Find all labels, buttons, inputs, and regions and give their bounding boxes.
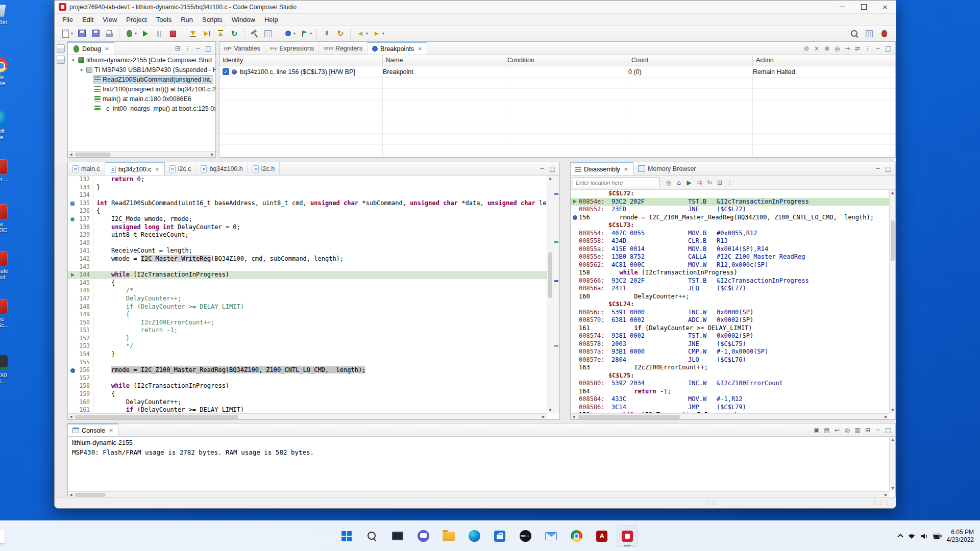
line-number[interactable]: 133	[77, 184, 93, 192]
tab-console[interactable]: Console ×	[68, 423, 118, 436]
ccs-button[interactable]	[617, 525, 638, 547]
code-line[interactable]: 140	[68, 239, 547, 247]
pin-view-button[interactable]: ◎	[664, 178, 673, 187]
disassembly-line[interactable]: 163 I2cZ100ErrorCount++;	[571, 364, 889, 372]
line-number[interactable]: 156	[77, 366, 93, 374]
line-number[interactable]: 140	[77, 239, 93, 247]
word-wrap-button[interactable]: ↩	[832, 425, 842, 435]
view-menu-button[interactable]: ⋮	[863, 44, 872, 53]
line-number[interactable]: 146	[77, 287, 93, 295]
maximize-window-button[interactable]	[853, 1, 874, 13]
editor-marker-margin[interactable]	[68, 199, 77, 208]
debug-tree-item[interactable]: InitZ100(unsigned int)() at bq34z100.c:2	[68, 84, 215, 94]
edge-button[interactable]	[463, 525, 485, 547]
desktop-icon-mcafee-safe-connect[interactable]: e Safenect	[0, 251, 19, 280]
editor-marker-margin[interactable]	[68, 223, 77, 232]
close-window-button[interactable]: ×	[874, 1, 896, 13]
minimize-button[interactable]: ─	[537, 164, 547, 173]
disassembly-line[interactable]: 008586:3C14JMP($C$L79)	[571, 404, 889, 412]
editor-marker-margin[interactable]	[68, 406, 77, 413]
editor-marker-margin[interactable]	[68, 176, 77, 184]
expander-icon[interactable]: ▾	[78, 67, 85, 72]
code-line[interactable]: 136{	[68, 207, 547, 215]
debug-tree-item[interactable]: ReadZ100SubCommand(unsigned int,	[68, 74, 215, 84]
editor-marker-margin[interactable]	[68, 279, 77, 287]
column-header-count[interactable]: Count	[628, 55, 753, 66]
code-line[interactable]: 149 {	[68, 311, 547, 319]
save-all-button[interactable]	[89, 27, 102, 40]
code-line[interactable]: 142 wmode = I2C_Master_WriteReg(BQ34Z100…	[68, 255, 547, 263]
desktop-icon-mcafee-security-scan[interactable]: feety Sc...	[0, 299, 19, 328]
disassembly-line[interactable]: 158 while (I2cTransactionInProgress)	[571, 269, 889, 277]
menu-run[interactable]: Run	[176, 14, 198, 25]
tab-variables[interactable]: Variables	[219, 42, 265, 55]
disassembly-line[interactable]: $C$L75:	[571, 372, 889, 380]
menu-tools[interactable]: Tools	[152, 14, 176, 25]
debug-perspective-button[interactable]	[877, 27, 891, 40]
title-bar[interactable]: project76940-lab-dev1 - lithium-dynamic-…	[55, 1, 896, 14]
pin-console-button[interactable]: ◎	[843, 425, 852, 435]
tab-bq34z100-h[interactable]: cbq34z100.h	[196, 162, 248, 175]
line-number[interactable]: 138	[77, 223, 93, 232]
forward-button[interactable]: ▾	[370, 27, 386, 40]
tab-expressions[interactable]: Expressions	[265, 42, 320, 55]
back-button[interactable]: ▾	[354, 27, 370, 40]
menu-edit[interactable]: Edit	[78, 14, 98, 25]
disassembly-line[interactable]: 00856a:2411JEQ($C$L77)	[571, 285, 889, 293]
debug-tree-item[interactable]: ▾lithium-dynamic-2155 [Code Composer Stu…	[68, 55, 215, 65]
editor-marker-margin[interactable]	[68, 231, 77, 239]
disassembly-line[interactable]: 00857a:93B1 0000CMP.W#-1,0x0000(SP)	[571, 348, 889, 356]
line-number[interactable]: 135	[77, 199, 93, 208]
line-number[interactable]: 139	[77, 231, 93, 239]
code-line[interactable]: 155	[68, 359, 547, 367]
line-number[interactable]: 147	[77, 295, 93, 303]
location-input[interactable]	[573, 178, 659, 187]
step-return-button[interactable]	[214, 27, 227, 40]
task-view-button[interactable]	[387, 525, 408, 547]
new-breakpoint-button[interactable]: ▾	[281, 27, 297, 40]
chrome-button[interactable]	[566, 525, 587, 547]
close-tab-icon[interactable]: ×	[155, 166, 159, 172]
editor-marker-margin[interactable]	[68, 374, 77, 383]
editor-marker-margin[interactable]	[68, 184, 77, 192]
minimize-button[interactable]: ─	[193, 44, 203, 53]
code-line[interactable]: 156 rmode = I2C_Z100_Master_ReadReg(BQ34…	[68, 366, 547, 374]
skip-all-breakpoints-button[interactable]: ⊘	[802, 44, 811, 53]
suspend-button[interactable]	[153, 27, 166, 40]
tab-main-c[interactable]: cmain.c	[68, 162, 105, 175]
disassembly-line[interactable]: 00855e:13B0 8752CALLA#I2C_Z100_Master_Re…	[571, 253, 889, 261]
file-explorer-button[interactable]	[438, 525, 459, 547]
code-line[interactable]: 132 return 0;	[68, 176, 547, 184]
code-line[interactable]: 141 ReceiveCount = length;	[68, 247, 547, 255]
open-console-button[interactable]: ⊞	[863, 425, 872, 435]
line-number[interactable]: 144	[77, 271, 93, 279]
close-tab-icon[interactable]: ×	[418, 45, 422, 52]
scroll-lock-button[interactable]: ▤	[822, 425, 831, 435]
navigate-button[interactable]: ⇉	[695, 178, 704, 187]
flag-target-button[interactable]: ▾	[298, 27, 313, 40]
debug-tree-item[interactable]: main() at main.c:180 0x0086E6	[68, 94, 215, 104]
link-with-debug-button[interactable]: ⇄	[853, 44, 862, 53]
menu-help[interactable]: Help	[260, 14, 283, 25]
tab-bq34z100-c[interactable]: cbq34z100.c×	[105, 162, 165, 175]
tab-i2c-h[interactable]: ci2c.h	[248, 162, 280, 175]
line-number[interactable]: 142	[77, 255, 93, 263]
code-line[interactable]: 137 I2C_Mode wmode, rmode;	[68, 215, 547, 223]
code-line[interactable]: 144 while (I2cTransactionInProgress)	[68, 271, 547, 279]
open-perspective-button[interactable]	[863, 27, 876, 40]
menu-view[interactable]: View	[98, 14, 121, 25]
disassembly-line[interactable]: 008570:6381 0002ADC.W0x0002(SP)	[571, 316, 889, 324]
desktop-icon-google-chrome[interactable]: gleome	[0, 57, 19, 86]
disassembly-line[interactable]: $C$L72:	[571, 190, 889, 198]
editor-marker-margin[interactable]	[68, 247, 77, 255]
line-number[interactable]: 151	[77, 327, 93, 335]
line-number[interactable]: 143	[77, 263, 93, 271]
disassembly-listing[interactable]: $C$L72:00854e:93C2 202FTST.B&I2cTransact…	[571, 190, 889, 413]
code-line[interactable]: 146 /*	[68, 287, 547, 295]
display-selected-console-button[interactable]: ▥	[853, 425, 862, 435]
disassembly-line[interactable]: 008578:2003JNE($C$L75)	[571, 340, 889, 348]
show-breakpoints-for-selected-button[interactable]: ◎	[832, 44, 842, 53]
search-taskbar-button[interactable]	[361, 525, 383, 547]
breakpoint-checkbox[interactable]: ✓	[223, 68, 229, 75]
resume-button[interactable]	[139, 27, 152, 40]
